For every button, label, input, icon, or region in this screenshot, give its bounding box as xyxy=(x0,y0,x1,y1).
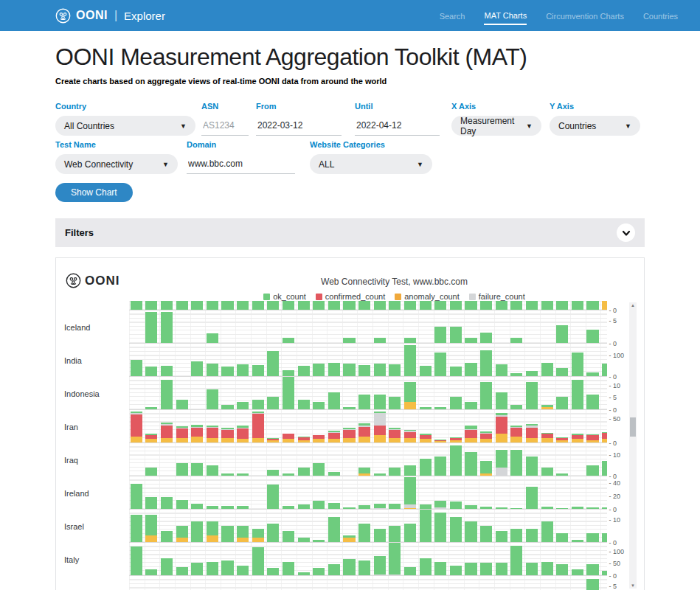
ok-bar-segment[interactable] xyxy=(343,338,355,343)
ok-bar-segment[interactable] xyxy=(237,402,249,409)
ok-bar-segment[interactable] xyxy=(328,363,340,377)
filters-section-header[interactable]: Filters xyxy=(55,218,645,247)
facet-plot-area[interactable] xyxy=(129,476,608,510)
nav-link-mat-charts[interactable]: MAT Charts xyxy=(484,7,527,25)
ok-bar-segment[interactable] xyxy=(586,434,598,435)
confirmed-bar-segment[interactable] xyxy=(298,437,310,440)
ok-bar-segment[interactable] xyxy=(572,569,583,575)
ok-bar-segment[interactable] xyxy=(191,521,203,542)
anomaly-bar-segment[interactable] xyxy=(526,438,538,443)
ok-bar-segment[interactable] xyxy=(191,425,203,427)
ok-bar-segment[interactable] xyxy=(510,508,522,510)
ok-bar-segment[interactable] xyxy=(283,473,294,476)
anomaly-bar-segment[interactable] xyxy=(496,434,507,442)
ok-bar-segment[interactable] xyxy=(328,503,340,509)
ok-bar-segment[interactable] xyxy=(389,428,401,429)
anomaly-bar-segment[interactable] xyxy=(131,437,142,442)
anomaly-bar-segment[interactable] xyxy=(404,508,416,509)
ok-bar-segment[interactable] xyxy=(131,546,142,575)
ok-bar-segment[interactable] xyxy=(450,502,462,509)
ok-bar-segment[interactable] xyxy=(358,524,370,542)
failure-bar-segment[interactable] xyxy=(389,575,401,576)
ok-bar-segment[interactable] xyxy=(252,529,264,538)
ok-bar-segment[interactable] xyxy=(465,301,477,310)
ok-bar-segment[interactable] xyxy=(161,301,173,310)
ok-bar-segment[interactable] xyxy=(237,364,249,376)
ok-bar-segment[interactable] xyxy=(510,338,522,343)
ok-bar-segment[interactable] xyxy=(207,562,218,576)
ok-bar-segment[interactable] xyxy=(389,543,401,574)
ok-bar-segment[interactable] xyxy=(343,535,355,538)
ok-bar-segment[interactable] xyxy=(389,364,401,376)
anomaly-bar-segment[interactable] xyxy=(420,439,432,442)
ok-bar-segment[interactable] xyxy=(374,395,386,409)
from-date-input[interactable] xyxy=(256,116,342,136)
ok-bar-segment[interactable] xyxy=(480,350,492,376)
ok-bar-segment[interactable] xyxy=(404,345,416,377)
confirmed-bar-segment[interactable] xyxy=(328,433,340,439)
ok-bar-segment[interactable] xyxy=(252,547,264,575)
ok-bar-segment[interactable] xyxy=(161,312,173,344)
ok-bar-segment[interactable] xyxy=(496,413,507,415)
failure-bar-segment[interactable] xyxy=(374,413,386,426)
ok-bar-segment[interactable] xyxy=(420,459,432,476)
ok-bar-segment[interactable] xyxy=(510,405,522,410)
ok-bar-segment[interactable] xyxy=(510,546,522,575)
anomaly-bar-segment[interactable] xyxy=(161,438,173,443)
confirmed-bar-segment[interactable] xyxy=(207,428,218,438)
anomaly-bar-segment[interactable] xyxy=(389,438,401,443)
ok-bar-segment[interactable] xyxy=(161,558,173,576)
ok-bar-segment[interactable] xyxy=(221,560,233,575)
anomaly-bar-segment[interactable] xyxy=(191,437,203,442)
ok-bar-segment[interactable] xyxy=(389,301,401,310)
confirmed-bar-segment[interactable] xyxy=(572,435,583,439)
ok-bar-segment[interactable] xyxy=(191,301,203,310)
anomaly-bar-segment[interactable] xyxy=(283,439,294,442)
ok-bar-segment[interactable] xyxy=(237,566,249,576)
anomaly-bar-segment[interactable] xyxy=(328,439,340,442)
ok-bar-segment[interactable] xyxy=(176,301,188,310)
test-name-select[interactable]: Web Connectivity ▼ xyxy=(55,154,178,174)
ok-bar-segment[interactable] xyxy=(434,440,446,440)
failure-bar-segment[interactable] xyxy=(526,426,538,428)
facet-plot-area[interactable] xyxy=(129,301,608,310)
failure-bar-segment[interactable] xyxy=(343,429,355,430)
ok-bar-segment[interactable] xyxy=(450,397,462,409)
ok-bar-segment[interactable] xyxy=(572,301,583,310)
facet-plot-area[interactable] xyxy=(129,377,608,410)
ok-bar-segment[interactable] xyxy=(420,434,432,434)
ok-bar-segment[interactable] xyxy=(541,468,553,476)
ok-bar-segment[interactable] xyxy=(586,533,598,543)
ok-bar-segment[interactable] xyxy=(267,568,279,575)
ok-bar-segment[interactable] xyxy=(541,433,553,434)
ok-bar-segment[interactable] xyxy=(298,400,310,410)
ok-bar-segment[interactable] xyxy=(526,424,538,426)
ok-bar-segment[interactable] xyxy=(434,301,446,310)
failure-bar-segment[interactable] xyxy=(465,429,477,430)
ok-bar-segment[interactable] xyxy=(420,504,432,509)
legend-item-ok[interactable]: ok_count xyxy=(263,292,306,301)
ok-bar-segment[interactable] xyxy=(374,412,386,413)
facet-plot-area[interactable] xyxy=(129,510,608,543)
ok-bar-segment[interactable] xyxy=(556,301,568,310)
ok-bar-segment[interactable] xyxy=(313,540,325,542)
anomaly-bar-segment[interactable] xyxy=(343,538,355,542)
anomaly-bar-segment[interactable] xyxy=(237,439,249,442)
ok-bar-segment[interactable] xyxy=(267,524,279,542)
ok-bar-segment[interactable] xyxy=(465,452,477,476)
ok-bar-segment[interactable] xyxy=(526,457,538,476)
ok-bar-segment[interactable] xyxy=(145,367,157,376)
website-categories-select[interactable]: ALL ▼ xyxy=(310,154,432,174)
anomaly-bar-segment[interactable] xyxy=(207,438,218,443)
ok-bar-segment[interactable] xyxy=(145,301,157,310)
ok-bar-segment[interactable] xyxy=(434,407,446,409)
ok-bar-segment[interactable] xyxy=(283,338,294,343)
ok-bar-segment[interactable] xyxy=(450,566,462,576)
failure-bar-segment[interactable] xyxy=(328,432,340,433)
ok-bar-segment[interactable] xyxy=(434,562,446,576)
ok-bar-segment[interactable] xyxy=(221,428,233,429)
ok-bar-segment[interactable] xyxy=(207,389,218,409)
ok-bar-segment[interactable] xyxy=(207,521,218,535)
anomaly-bar-segment[interactable] xyxy=(176,538,188,542)
failure-bar-segment[interactable] xyxy=(434,507,446,510)
